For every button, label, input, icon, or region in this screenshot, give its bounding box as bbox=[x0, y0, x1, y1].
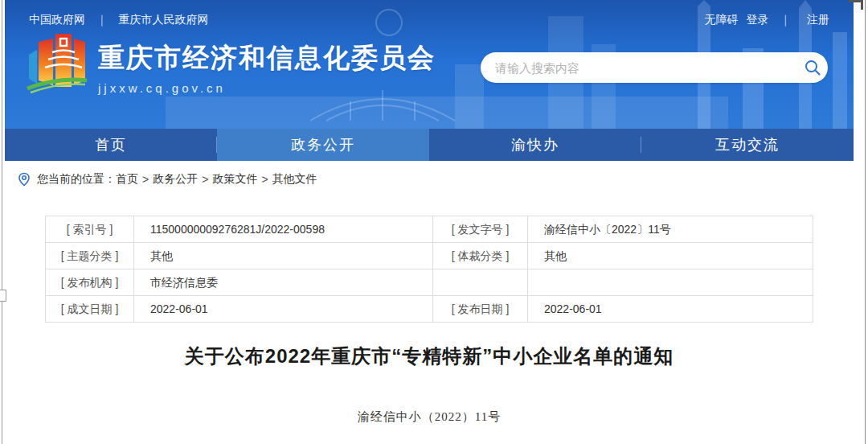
breadcrumb: 您当前的位置： 首页 > 政务公开 > 政策文件 > 其他文件 bbox=[5, 161, 854, 198]
page: 中国政府网 ｜ 重庆市人民政府网 无障碍 登录 ｜ 注册 bbox=[5, 0, 854, 425]
main-nav: 首页 政务公开 渝快办 互动交流 bbox=[5, 129, 854, 161]
search-input[interactable] bbox=[481, 61, 797, 75]
breadcrumb-item-gov-affairs[interactable]: 政务公开 bbox=[153, 172, 198, 187]
meta-label-issuing-agency: [ 发布机构 ] bbox=[46, 269, 134, 296]
meta-value-doc-symbol: 渝经信中小〔2022〕11号 bbox=[528, 216, 813, 243]
site-title: 重庆市经济和信息化委员会 bbox=[98, 40, 436, 76]
meta-label-topic-class: [ 主题分类 ] bbox=[46, 243, 134, 269]
table-row: [ 成文日期 ] 2022-06-01 [ 发布日期 ] 2022-06-01 bbox=[46, 296, 813, 323]
document-meta-table: [ 索引号 ] 11500000009276281J/2022-00598 [ … bbox=[45, 216, 813, 323]
breadcrumb-item-policy-files[interactable]: 政策文件 bbox=[212, 172, 257, 187]
link-login[interactable]: 登录 bbox=[747, 13, 769, 26]
table-row: [ 索引号 ] 11500000009276281J/2022-00598 [ … bbox=[46, 216, 813, 243]
crop-corner-mark bbox=[849, 0, 863, 10]
meta-label-genre-class: [ 体裁分类 ] bbox=[433, 243, 528, 269]
meta-value-topic-class: 其他 bbox=[134, 243, 433, 269]
topbar-separator: ｜ bbox=[780, 13, 791, 26]
top-utility-bar: 中国政府网 ｜ 重庆市人民政府网 无障碍 登录 ｜ 注册 bbox=[5, 0, 854, 27]
breadcrumb-separator: > bbox=[142, 173, 149, 186]
crop-edge-right bbox=[865, 0, 866, 444]
link-china-gov[interactable]: 中国政府网 bbox=[29, 13, 85, 26]
meta-label-empty bbox=[433, 269, 528, 296]
table-row: [ 主题分类 ] 其他 [ 体裁分类 ] 其他 bbox=[46, 243, 813, 269]
topbar-separator: ｜ bbox=[96, 13, 108, 26]
meta-value-index-no: 11500000009276281J/2022-00598 bbox=[134, 216, 433, 243]
link-accessibility[interactable]: 无障碍 bbox=[705, 13, 739, 26]
breadcrumb-item-home[interactable]: 首页 bbox=[116, 172, 138, 187]
document-number: 渝经信中小（2022）11号 bbox=[5, 409, 854, 425]
location-pin-icon bbox=[18, 172, 31, 187]
search-box bbox=[481, 52, 828, 83]
table-row: [ 发布机构 ] 市经济信息委 bbox=[46, 269, 813, 296]
link-cq-gov[interactable]: 重庆市人民政府网 bbox=[119, 13, 209, 26]
site-url: jjxxw.cq.gov.cn bbox=[98, 81, 436, 95]
crop-edge-left bbox=[2, 0, 2, 444]
meta-value-issuing-agency: 市经济信息委 bbox=[134, 269, 433, 296]
breadcrumb-prefix: 您当前的位置： bbox=[37, 172, 116, 187]
site-header: 中国政府网 ｜ 重庆市人民政府网 无障碍 登录 ｜ 注册 bbox=[5, 0, 854, 129]
nav-tab-interaction[interactable]: 互动交流 bbox=[641, 129, 854, 161]
meta-value-empty bbox=[528, 269, 813, 296]
meta-value-genre-class: 其他 bbox=[528, 243, 813, 269]
crop-handle bbox=[0, 290, 6, 302]
nav-tab-home[interactable]: 首页 bbox=[5, 129, 217, 161]
search-icon[interactable] bbox=[797, 52, 828, 83]
page-title: 关于公布2022年重庆市“专精特新”中小企业名单的通知 bbox=[5, 343, 854, 369]
nav-tab-gov-affairs[interactable]: 政务公开 bbox=[217, 129, 429, 161]
meta-label-index-no: [ 索引号 ] bbox=[46, 216, 134, 243]
nav-tab-yukuaiban[interactable]: 渝快办 bbox=[429, 129, 641, 161]
meta-value-publish-date: 2022-06-01 bbox=[528, 296, 813, 323]
meta-label-doc-symbol: [ 发文字号 ] bbox=[433, 216, 528, 243]
meta-label-publish-date: [ 发布日期 ] bbox=[433, 296, 528, 323]
meta-label-written-date: [ 成文日期 ] bbox=[46, 296, 134, 323]
link-register[interactable]: 注册 bbox=[807, 13, 829, 26]
breadcrumb-separator: > bbox=[202, 173, 208, 186]
site-logo-icon[interactable] bbox=[26, 31, 88, 100]
breadcrumb-item-other-files[interactable]: 其他文件 bbox=[272, 172, 317, 187]
meta-value-written-date: 2022-06-01 bbox=[134, 296, 433, 323]
breadcrumb-separator: > bbox=[261, 173, 268, 186]
